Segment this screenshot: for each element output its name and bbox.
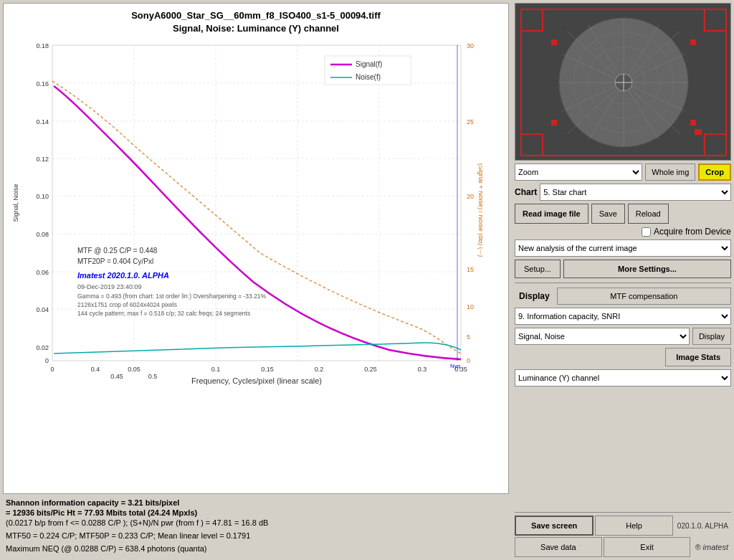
display-label: Display [515,290,554,303]
svg-text:30: 30 [467,42,474,49]
acquire-label: Acquire from Device [654,227,731,237]
acquire-row: Acquire from Device [515,227,731,237]
svg-text:Nyq: Nyq [450,363,460,369]
image-stats-row: Image Stats [515,348,731,366]
image-stats-button[interactable]: Image Stats [665,348,731,366]
svg-text:0.10: 0.10 [36,193,49,200]
chart-wrapper: 0.18 0.16 0.14 0.12 0.10 0.08 0.06 0.04 … [9,38,482,389]
main-chart-svg: 0.18 0.16 0.14 0.12 0.10 0.08 0.06 0.04 … [9,38,482,389]
svg-text:0.14: 0.14 [36,118,49,125]
right-panel: Zoom Whole img Crop Chart 5. Star chart … [512,0,734,560]
svg-text:10: 10 [467,303,474,310]
section-divider-2 [515,512,731,513]
svg-text:20: 20 [467,193,474,200]
reload-button[interactable]: Reload [628,204,669,224]
svg-rect-94 [695,129,702,135]
imatest-logo: ® imatest [692,543,731,551]
svg-text:0.1: 0.1 [211,366,221,373]
svg-text:0.3: 0.3 [418,366,427,373]
chart-title: SonyA6000_Star_SG__60mm_f8_ISO400_s1-5_0… [9,9,502,35]
svg-text:0.4: 0.4 [91,366,100,373]
svg-text:0.5: 0.5 [148,373,158,380]
display-select[interactable]: 9. Information capacity, SNRI [515,308,731,325]
svg-text:0: 0 [467,357,470,364]
svg-text:0.15: 0.15 [261,366,274,373]
svg-text:0.16: 0.16 [36,80,49,87]
more-settings-button[interactable]: More Settings... [563,260,731,278]
bottom-stats: Shannon information capacity = 3.21 bits… [3,494,509,557]
svg-text:0.06: 0.06 [36,269,49,276]
svg-text:5: 5 [467,333,470,341]
svg-text:09-Dec-2019 23:40:09: 09-Dec-2019 23:40:09 [77,283,142,290]
analysis-select[interactable]: New analysis of the current image [515,239,731,257]
svg-text:0.45: 0.45 [110,373,123,380]
svg-text:2126x1751 crop of 6024x4024 pi: 2126x1751 crop of 6024x4024 pixels [77,301,177,308]
svg-text:25: 25 [467,118,474,125]
display-row: Display MTF compensation [515,288,731,305]
svg-text:0.2: 0.2 [315,366,324,373]
stat-line7: Maximum NEQ (@ 0.0288 C/P) = 638.4 photo… [6,544,506,553]
zoom-row: Zoom Whole img Crop [515,163,731,181]
svg-text:144 cycle pattern; max f = 0.5: 144 cycle pattern; max f = 0.518 c/p; 32… [77,310,250,317]
help-button[interactable]: Help [595,516,672,536]
bottom-buttons: Save screen Help 020.1.0. ALPHA Save dat… [515,511,731,557]
svg-text:Frequency, Cycles/pixel (linea: Frequency, Cycles/pixel (linear scale) [191,376,322,385]
chart-label: Chart [515,187,537,197]
svg-text:Imatest 2020.1.0. ALPHA: Imatest 2020.1.0. ALPHA [77,271,169,280]
exit-button[interactable]: Exit [604,537,691,557]
read-image-file-button[interactable]: Read image file [515,204,588,224]
svg-text:15: 15 [467,266,474,273]
svg-text:Signal(f): Signal(f) [356,60,382,68]
stat-line3: (0.0217 b/p from f <= 0.0288 C/P ); (S+N… [6,518,506,527]
luminance-select[interactable]: Luminance (Y) channel [515,369,731,386]
setup-row: Setup... More Settings... [515,260,731,278]
action-row: Read image file Save Reload [515,204,731,224]
display-button[interactable]: Display [692,328,731,345]
whole-img-button[interactable]: Whole img [645,163,695,181]
save-data-row: Save data Exit ® imatest [515,537,731,557]
svg-text:0.18: 0.18 [36,42,49,49]
svg-text:0: 0 [50,366,54,373]
save-screen-row: Save screen Help 020.1.0. ALPHA [515,516,731,536]
mtf-compensation-button[interactable]: MTF compensation [557,288,731,305]
stat-line2: = 12936 bits/Pic Ht = 77.93 Mbits total … [6,508,506,517]
svg-rect-93 [690,120,696,125]
signal-select[interactable]: Signal, Noise [515,328,690,345]
svg-text:0.04: 0.04 [36,306,49,313]
svg-rect-91 [690,39,696,45]
stat-line5: MTF50 = 0.224 C/P; MTF50P = 0.233 C/P; M… [6,531,506,540]
zoom-select[interactable]: Zoom [515,163,642,181]
signal-row: Signal, Noise Display [515,328,731,345]
chart-row: Chart 5. Star chart [515,184,731,201]
chart-subtitle: Signal, Noise: Luminance (Y) channel [9,22,502,35]
svg-text:MTF @ 0.25 C/P = 0.448: MTF @ 0.25 C/P = 0.448 [77,247,158,255]
save-screen-button[interactable]: Save screen [515,516,594,536]
preview-svg [515,4,731,161]
svg-rect-90 [551,39,557,45]
svg-rect-92 [551,120,557,125]
svg-text:0.08: 0.08 [36,231,49,238]
svg-text:0.05: 0.05 [128,366,140,373]
stat-line1: Shannon information capacity = 3.21 bits… [6,498,506,507]
controls-section: Zoom Whole img Crop Chart 5. Star chart … [515,163,731,557]
left-panel: SonyA6000_Star_SG__60mm_f8_ISO400_s1-5_0… [0,0,512,560]
chart-area: SonyA6000_Star_SG__60mm_f8_ISO400_s1-5_0… [3,3,509,494]
preview-image [515,3,731,161]
section-divider-1 [515,283,731,283]
version-label: 020.1.0. ALPHA [675,522,731,530]
save-button[interactable]: Save [591,204,625,224]
svg-text:0.12: 0.12 [36,156,49,163]
crop-button[interactable]: Crop [698,163,731,181]
file-title: SonyA6000_Star_SG__60mm_f8_ISO400_s1-5_0… [9,9,502,22]
svg-text:0: 0 [45,357,49,364]
acquire-checkbox[interactable] [642,227,651,237]
svg-text:0.02: 0.02 [36,344,49,351]
svg-text:Signal, Noise: Signal, Noise [12,184,19,222]
svg-text:0.25: 0.25 [364,366,377,373]
setup-button[interactable]: Setup... [515,260,561,278]
save-data-button[interactable]: Save data [515,537,602,557]
svg-text:MTF20P = 0.404 Cy/Pxl: MTF20P = 0.404 Cy/Pxl [77,257,153,265]
svg-text:Gamma = 0.493 (from chart: 1st: Gamma = 0.493 (from chart: 1st order lin… [77,293,267,300]
chart-select[interactable]: 5. Star chart [540,184,731,201]
svg-text:Noise(f): Noise(f) [356,73,381,81]
